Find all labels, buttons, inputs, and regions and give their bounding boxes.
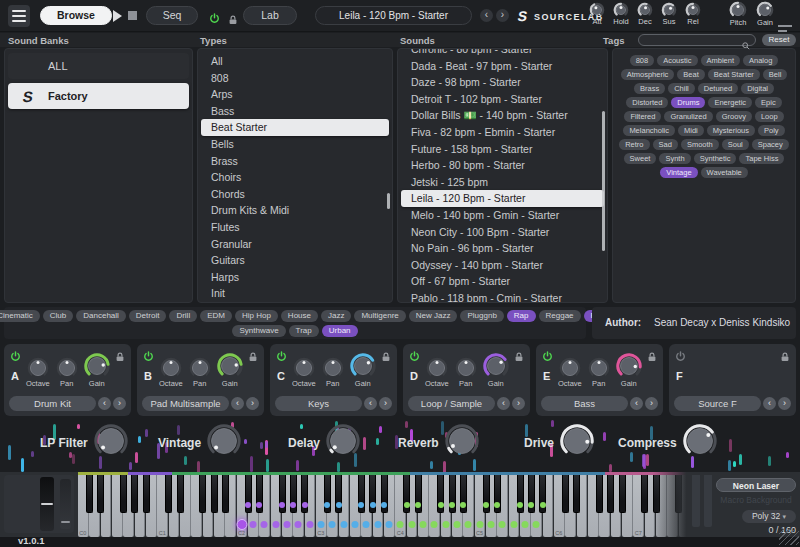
piano-key-black[interactable] bbox=[211, 475, 218, 513]
source-prev-button[interactable]: ‹ bbox=[231, 397, 244, 410]
type-item[interactable]: Brass bbox=[198, 153, 392, 170]
tag-chip[interactable]: Bell bbox=[763, 69, 788, 80]
tag-chip[interactable]: Energetic bbox=[708, 97, 752, 108]
piano-key-black[interactable] bbox=[641, 475, 648, 513]
tag-chip[interactable]: Spacey bbox=[752, 139, 789, 150]
piano-key-black[interactable] bbox=[301, 475, 308, 513]
fx-knob[interactable] bbox=[207, 424, 241, 462]
tag-chip[interactable]: Epic bbox=[755, 97, 782, 108]
power-icon[interactable] bbox=[276, 348, 287, 366]
piano-key-black[interactable] bbox=[165, 475, 172, 513]
fx-knob[interactable] bbox=[560, 424, 594, 462]
source-name[interactable]: Loop / Sample bbox=[408, 396, 495, 411]
genre-chip[interactable]: Pluggnb bbox=[460, 310, 503, 322]
sound-item[interactable]: Herbo - 80 bpm - Starter bbox=[398, 157, 607, 174]
type-item[interactable]: All bbox=[198, 53, 392, 70]
piano-key-black[interactable] bbox=[381, 475, 388, 513]
genre-chip[interactable]: Rap bbox=[507, 310, 536, 322]
type-item[interactable]: Bass bbox=[198, 103, 392, 120]
source-next-button[interactable]: › bbox=[113, 397, 126, 410]
type-item[interactable]: Init bbox=[198, 285, 392, 302]
tag-chip[interactable]: Synthetic bbox=[694, 153, 737, 164]
env-knob-rel[interactable]: Rel bbox=[685, 2, 701, 26]
tag-chip[interactable]: Brass bbox=[634, 83, 665, 94]
pitch-wheel[interactable] bbox=[40, 477, 54, 531]
piano-key-black[interactable] bbox=[279, 475, 286, 513]
tag-chip[interactable]: Sad bbox=[653, 139, 678, 150]
gain-knob[interactable]: Gain bbox=[217, 353, 243, 388]
tag-chip[interactable]: Vintage bbox=[660, 167, 697, 178]
source-next-button[interactable]: › bbox=[246, 397, 259, 410]
source-prev-button[interactable]: ‹ bbox=[630, 397, 643, 410]
genre-chip[interactable]: Detroit bbox=[129, 310, 167, 322]
lock-icon[interactable] bbox=[514, 348, 524, 366]
piano-key-black[interactable] bbox=[437, 475, 444, 513]
octave-knob[interactable]: Octave bbox=[159, 357, 183, 388]
reset-button[interactable]: Reset bbox=[762, 34, 796, 46]
gain-knob[interactable]: Gain bbox=[350, 353, 376, 388]
fx-knob[interactable] bbox=[326, 424, 360, 462]
preset-next-button[interactable]: › bbox=[496, 9, 509, 22]
octave-knob[interactable]: Octave bbox=[292, 357, 316, 388]
tag-search-input[interactable] bbox=[638, 34, 756, 46]
genre-chip[interactable]: Hip Hop bbox=[235, 310, 278, 322]
genre-chip[interactable]: Urban bbox=[322, 325, 358, 337]
gain-knob[interactable]: Gain bbox=[84, 353, 110, 388]
piano-key-black[interactable] bbox=[449, 475, 456, 513]
bank-item-factory[interactable]: SFactory bbox=[8, 83, 189, 109]
lock-icon[interactable] bbox=[248, 348, 258, 366]
piano-key-black[interactable] bbox=[199, 475, 206, 513]
genre-chip[interactable]: House bbox=[281, 310, 318, 322]
type-item[interactable]: Chords bbox=[198, 186, 392, 203]
env-knob-att[interactable]: Att bbox=[589, 2, 605, 26]
source-name[interactable]: Drum Kit bbox=[9, 396, 96, 411]
piano-key-black[interactable] bbox=[177, 475, 184, 513]
piano-key-black[interactable] bbox=[245, 475, 252, 513]
tag-chip[interactable]: Midi bbox=[678, 125, 704, 136]
type-item[interactable]: Harps bbox=[198, 269, 392, 286]
piano-key-black[interactable] bbox=[494, 475, 501, 513]
tag-chip[interactable]: Filtered bbox=[624, 111, 661, 122]
genre-chip[interactable]: Cinematic bbox=[0, 310, 40, 322]
tag-chip[interactable]: Tape Hiss bbox=[739, 153, 784, 164]
genre-chip[interactable]: EDM bbox=[200, 310, 232, 322]
tag-chip[interactable]: Acoustic bbox=[657, 55, 697, 66]
source-next-button[interactable]: › bbox=[379, 397, 392, 410]
browse-tab[interactable]: Browse bbox=[40, 6, 112, 25]
sound-item[interactable]: Neon City - 100 Bpm - Starter bbox=[398, 224, 607, 241]
tag-chip[interactable]: Analog bbox=[743, 55, 778, 66]
lock-icon[interactable] bbox=[228, 11, 238, 29]
sound-item[interactable]: Odyssey - 140 bpm - Starter bbox=[398, 257, 607, 274]
piano-key-black[interactable] bbox=[619, 475, 626, 513]
fx-knob[interactable] bbox=[683, 424, 717, 462]
tag-chip[interactable]: Melancholic bbox=[623, 125, 675, 136]
piano-key-black[interactable] bbox=[358, 475, 365, 513]
genre-chip[interactable]: Synthwave bbox=[232, 325, 285, 337]
piano-key-black[interactable] bbox=[539, 475, 546, 513]
types-scrollbar[interactable] bbox=[387, 193, 390, 209]
mod-wheel[interactable] bbox=[60, 479, 71, 529]
piano-key-black[interactable] bbox=[222, 475, 229, 513]
menu-icon[interactable] bbox=[8, 5, 30, 27]
piano-key-black[interactable] bbox=[120, 475, 127, 513]
gain-knob[interactable]: Gain bbox=[483, 353, 509, 388]
tag-chip[interactable]: Beat Starter bbox=[708, 69, 760, 80]
lab-tab[interactable]: Lab bbox=[243, 6, 297, 25]
pitch-knob[interactable]: Pitch bbox=[729, 1, 747, 27]
pan-knob[interactable]: Pan bbox=[189, 357, 211, 388]
tag-chip[interactable]: Granulized bbox=[664, 111, 712, 122]
source-prev-button[interactable]: ‹ bbox=[364, 397, 377, 410]
gain-knob[interactable]: Gain bbox=[616, 353, 642, 388]
tag-chip[interactable]: Soul bbox=[722, 139, 749, 150]
sound-item[interactable]: Jetski - 125 bpm bbox=[398, 174, 607, 191]
piano-key-black[interactable] bbox=[86, 475, 93, 513]
env-knob-dec[interactable]: Dec bbox=[637, 2, 653, 26]
type-item[interactable]: Flutes bbox=[198, 219, 392, 236]
type-item[interactable]: Guitars bbox=[198, 252, 392, 269]
power-icon[interactable] bbox=[675, 348, 686, 366]
tag-chip[interactable]: Digital bbox=[741, 83, 774, 94]
piano-key-black[interactable] bbox=[403, 475, 410, 513]
power-icon[interactable] bbox=[209, 10, 220, 28]
pan-knob[interactable]: Pan bbox=[588, 357, 610, 388]
sound-item[interactable]: Fiva - 82 bpm - Ebmin - Starter bbox=[398, 124, 607, 141]
